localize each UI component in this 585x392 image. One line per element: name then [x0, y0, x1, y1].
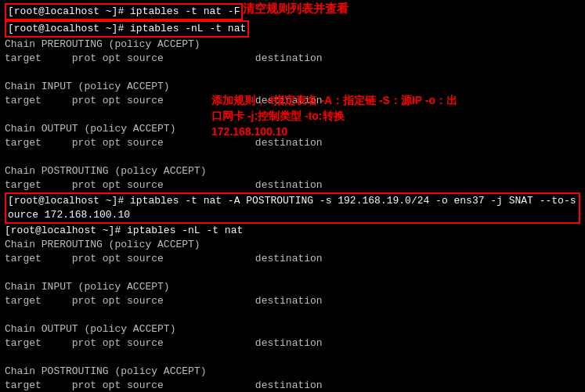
cmd-line-nL-2: [root@localhost ~]# iptables -nL -t nat	[5, 224, 580, 238]
chain-postrouting-2: Chain POSTROUTING (policy ACCEPT)	[5, 365, 580, 379]
annotation-add-rule: 添加规则，-t指定表名 -A：指定链 -S：源IP -o：出 口网卡 -j:控制…	[211, 92, 509, 139]
empty-6	[5, 351, 580, 365]
header-row-5: target prot opt source destination	[5, 252, 580, 266]
add-postrouting-cmd: [root@localhost ~]# iptables -t nat -A P…	[5, 192, 580, 224]
annotation-line2: 口网卡 -j:控制类型 -to:转换	[211, 108, 509, 124]
empty-4	[5, 266, 580, 280]
cmd-line-1: [root@localhost ~]# iptables -t nat -F	[5, 3, 243, 20]
chain-postrouting-1: Chain POSTROUTING (policy ACCEPT)	[5, 164, 580, 178]
empty-3	[5, 150, 580, 164]
cmd-line-2: [root@localhost ~]# iptables -nL -t nat	[5, 20, 249, 38]
empty-5	[5, 308, 580, 322]
chain-prerouting-1: Chain PREROUTING (policy ACCEPT)	[5, 38, 580, 52]
empty-1	[5, 66, 580, 80]
annotation-clear: 清空规则列表并查看	[243, 2, 348, 16]
chain-input-2: Chain INPUT (policy ACCEPT)	[5, 280, 580, 294]
annotation-line1: 添加规则，-t指定表名 -A：指定链 -S：源IP -o：出	[211, 92, 509, 108]
header-row-4: target prot opt source destination	[5, 178, 580, 192]
header-row-8: target prot opt source destination	[5, 379, 580, 392]
header-row-7: target prot opt source destination	[5, 336, 580, 351]
header-row-6: target prot opt source destination	[5, 294, 580, 308]
annotation-line3: 172.168.100.10	[211, 124, 509, 139]
terminal: [root@localhost ~]# iptables -t nat -F […	[0, 0, 585, 392]
chain-output-2: Chain OUTPUT (policy ACCEPT)	[5, 322, 580, 336]
header-row-1: target prot opt source destination	[5, 52, 580, 66]
chain-prerouting-2: Chain PREROUTING (policy ACCEPT)	[5, 238, 580, 252]
